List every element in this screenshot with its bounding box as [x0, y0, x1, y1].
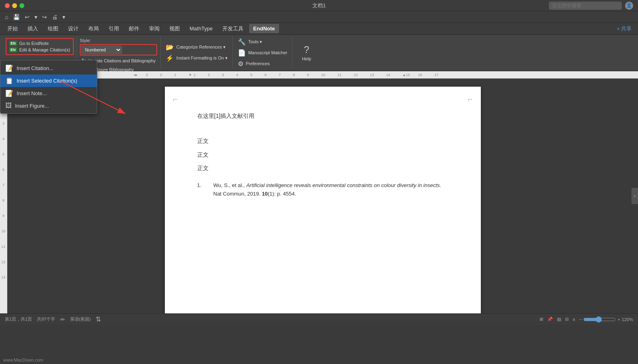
undo-icon[interactable]: ↩	[23, 14, 31, 20]
menu-bar: 开始 插入 绘图 设计 布局 引用 邮件 审阅 视图 MathType 开发工具…	[0, 23, 638, 35]
style-select-box: Numbered	[80, 44, 157, 55]
ref-title: Artificial intelligence reveals environm…	[246, 182, 441, 188]
edit-manage-label: Edit & Manage Citation(s)	[19, 47, 70, 52]
ref-issue: (1): p. 4554.	[268, 191, 296, 197]
view-icon2[interactable]: 📌	[547, 317, 553, 322]
print-icon[interactable]: 🖨	[50, 14, 59, 20]
toolbar-icons-bar: ⌂ 💾 ↩ ▾ ↪ 🖨 ▾	[0, 11, 638, 23]
tools-btn[interactable]: 🔧 Tools ▾	[236, 37, 289, 47]
manuscript-matcher-btn[interactable]: 📄 Manuscript Matcher	[236, 48, 289, 57]
share-button[interactable]: ＋共享	[612, 23, 635, 34]
style-label: Style:	[80, 38, 91, 43]
instant-icon: ⚡	[166, 54, 174, 62]
insert-citation-label: Insert Citation...	[17, 65, 53, 71]
menu-design[interactable]: 设计	[64, 23, 83, 34]
goto-endnote-label: Go to EndNote	[19, 41, 49, 46]
zoom-plus[interactable]: +	[617, 317, 620, 322]
search-input[interactable]	[549, 2, 622, 10]
watermark: www.MacDown.com	[3, 358, 43, 362]
instant-formatting-btn[interactable]: ⚡ Instant Formatting is On ▾	[164, 53, 229, 63]
zoom-control: − + 120%	[579, 316, 633, 323]
insert-selected-icon: 📋	[5, 77, 13, 85]
manuscript-label: Manuscript Matcher	[248, 50, 288, 55]
instant-label: Instant Formatting is On ▾	[176, 55, 227, 61]
en-badge2: EN	[9, 47, 17, 52]
update-label: Update Citations and Bibliography	[88, 58, 156, 63]
goto-endnote-btn[interactable]: EN Go to EndNote	[8, 40, 72, 47]
menu-reference[interactable]: 引用	[105, 23, 123, 34]
status-bar: 第1页，共1页 共97个字 ✏ 英语(美国) ⇅ ⊞ 📌 ▤ ⊟ ≡ − + 1…	[0, 313, 638, 325]
redo-icon[interactable]: ↪	[41, 14, 49, 20]
edit-manage-btn[interactable]: EN Edit & Manage Citation(s)	[8, 47, 72, 53]
insert-note-icon: 📝	[5, 89, 13, 97]
document-page: ⌐ ⌐ 在这里[1]插入文献引用 正文 正文 正文 1. Wu, S., et …	[165, 87, 481, 313]
status-right: ⊞ 📌 ▤ ⊟ ≡ − + 120%	[540, 316, 633, 323]
menu-endnote[interactable]: EndNote	[249, 24, 279, 33]
view-icon4[interactable]: ⊟	[565, 317, 569, 322]
ref-journal: Nat Commun, 2019.	[213, 191, 262, 197]
lang: 英语(美国)	[70, 316, 91, 322]
help-group: ? Help	[292, 36, 320, 69]
insert-citation-dropdown: 📝 Insert Citation... 📋 Insert Selected C…	[0, 60, 97, 114]
preferences-btn[interactable]: ⚙ Preferences	[236, 59, 289, 68]
save-icon[interactable]: 💾	[11, 14, 21, 20]
insert-citation-item[interactable]: 📝 Insert Citation...	[0, 62, 97, 75]
help-label: Help	[302, 56, 311, 61]
avatar[interactable]: 👤	[625, 2, 633, 10]
help-btn[interactable]: ? Help	[297, 43, 316, 62]
categorize-btn[interactable]: 📂 Categorize References ▾	[164, 43, 229, 52]
insert-note-item[interactable]: 📝 Insert Note...	[0, 87, 97, 100]
page-layout-icon[interactable]: ⇅	[96, 315, 101, 323]
menu-view[interactable]: 视图	[165, 23, 184, 34]
insert-citations-box: EN Go to EndNote EN Edit & Manage Citati…	[6, 38, 74, 55]
menu-insert[interactable]: 插入	[23, 23, 42, 34]
ref-authors: Wu, S., et al.,	[213, 182, 245, 188]
categorize-icon: 📂	[166, 43, 174, 51]
style-row: Style:	[80, 38, 157, 43]
close-button[interactable]	[5, 3, 10, 8]
title-bar-right: 👤	[549, 2, 633, 10]
menu-mathtype[interactable]: MathType	[186, 24, 217, 33]
page-area[interactable]: ⌐ ⌐ 在这里[1]插入文献引用 正文 正文 正文 1. Wu, S., et …	[7, 79, 638, 313]
corner-mark-top-right: ⌐	[468, 95, 473, 104]
ref-volume: 10	[262, 191, 267, 197]
home-icon[interactable]: ⌂	[3, 14, 10, 20]
scroll-right-btn[interactable]: ›	[632, 188, 638, 204]
menu-layout[interactable]: 布局	[84, 23, 103, 34]
insert-figure-icon: 🖼	[5, 102, 12, 109]
categorize-group: 📂 Categorize References ▾ ⚡ Instant Form…	[161, 36, 233, 69]
insert-figure-label: Insert Figure...	[15, 103, 49, 109]
zoom-minus[interactable]: −	[579, 317, 582, 322]
help-icon: ?	[304, 44, 309, 55]
undo-dropdown-icon[interactable]: ▾	[33, 14, 39, 20]
minimize-button[interactable]	[12, 3, 17, 8]
main-area: 12345 678910 111213 ⌐ ⌐ 在这里[1]插入文献引用 正文 …	[0, 79, 638, 313]
menu-start[interactable]: 开始	[3, 23, 22, 34]
insert-citation-icon: 📝	[5, 64, 13, 72]
vertical-ruler: 12345 678910 111213	[0, 79, 7, 313]
tools-label: Tools ▾	[248, 39, 262, 45]
insert-figure-item[interactable]: 🖼 Insert Figure...	[0, 100, 97, 112]
view-icon5[interactable]: ≡	[573, 317, 575, 322]
style-dropdown[interactable]: Numbered	[81, 46, 122, 54]
corner-mark-top-left: ⌐	[173, 95, 473, 104]
page-content: 在这里[1]插入文献引用 正文 正文 正文 1. Wu, S., et al.,…	[197, 111, 448, 198]
menu-mail[interactable]: 邮件	[125, 23, 143, 34]
zoom-slider[interactable]	[583, 316, 616, 323]
en-badge: EN	[9, 41, 17, 46]
insert-selected-citation-item[interactable]: 📋 Insert Selected Citation(s)	[0, 75, 97, 87]
menu-devtools[interactable]: 开发工具	[218, 23, 248, 34]
word-count: 共97个字	[37, 316, 55, 322]
reference-section: 1. Wu, S., et al., Artificial intelligen…	[197, 181, 448, 198]
preferences-icon: ⚙	[238, 60, 243, 68]
menu-review[interactable]: 审阅	[145, 23, 164, 34]
more-icon[interactable]: ▾	[61, 14, 67, 20]
menu-draw[interactable]: 绘图	[44, 23, 62, 34]
maximize-button[interactable]	[19, 3, 24, 8]
view-icon3[interactable]: ▤	[557, 317, 561, 322]
categorize-label: Categorize References ▾	[176, 45, 226, 50]
ribbon: EN Go to EndNote EN Edit & Manage Citati…	[0, 35, 638, 71]
cursor-text: 在这里[1]插入文献引用	[197, 111, 448, 121]
tools-group: 🔧 Tools ▾ 📄 Manuscript Matcher ⚙ Prefere…	[233, 36, 293, 69]
view-icon1[interactable]: ⊞	[540, 317, 543, 322]
